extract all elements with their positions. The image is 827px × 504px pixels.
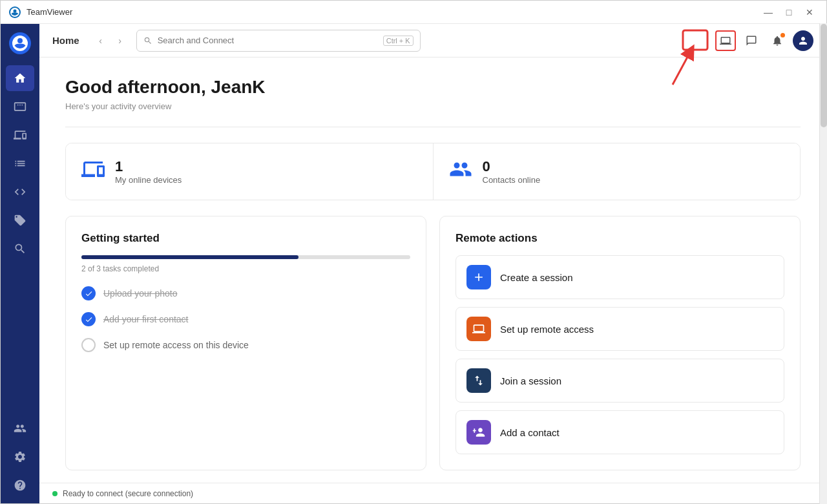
task-item-remote-access: Set up remote access on this device [81,338,410,352]
user-avatar[interactable] [793,30,813,51]
sidebar-item-help[interactable] [6,472,34,498]
join-session-icon-wrap [466,368,491,393]
devices-count: 1 [115,158,182,175]
chat-button[interactable] [741,30,762,51]
remote-actions-panel: Remote actions Create a session [439,216,801,470]
search-shortcut: Ctrl + K [383,36,414,46]
contacts-stat-info: 0 Contacts online [483,158,541,185]
close-button[interactable]: ✕ [801,5,819,19]
getting-started-panel: Getting started 2 of 3 tasks completed U… [65,216,426,470]
chat-icon [746,35,757,47]
progress-text: 2 of 3 tasks completed [81,264,410,273]
top-bar: Home ‹ › Ctrl + K [39,24,826,58]
window-controls: — □ ✕ [759,5,819,19]
devices-icon [14,129,26,142]
contacts-count: 0 [483,158,541,175]
screen-share-icon [720,35,731,47]
contacts-label: Contacts online [483,175,541,185]
search-icon [143,36,152,45]
avatar-icon [797,35,809,47]
task-label-remote-access: Set up remote access on this device [103,340,249,350]
session-icon-button[interactable] [715,30,736,51]
search-input[interactable] [158,36,378,45]
sidebar-item-code[interactable] [6,179,34,205]
sidebar-item-remote[interactable] [6,94,34,120]
sessions-icon [14,157,26,170]
search-bar[interactable]: Ctrl + K [136,30,421,52]
stats-row: 1 My online devices 0 Contacts online [65,143,801,200]
header-divider [65,127,801,127]
add-contact-icon-wrap [466,420,491,445]
sidebar-item-notes[interactable] [6,207,34,233]
task-list: Upload your photo Add your first contact [81,286,410,352]
person-add-icon [472,426,485,439]
status-dot [52,491,58,496]
panels-row: Getting started 2 of 3 tasks completed U… [65,216,801,470]
task-check-remote-access [81,338,96,352]
create-session-icon-wrap [466,265,491,289]
sidebar-logo-icon [8,32,32,55]
action-add-contact[interactable]: Add a contact [455,410,784,454]
action-create-session[interactable]: Create a session [455,255,784,299]
stat-contacts: 0 Contacts online [434,143,801,200]
join-session-label: Join a session [500,375,561,386]
remote-icon [14,100,26,113]
getting-started-title: Getting started [81,232,410,245]
add-contact-label: Add a contact [500,427,560,438]
sidebar-item-settings[interactable] [6,444,34,470]
maximize-button[interactable]: □ [780,5,798,19]
nav-arrows: ‹ › [92,32,129,49]
search-nav-icon [14,242,26,255]
contacts-stat-icon [449,158,472,185]
devices-stat-info: 1 My online devices [115,158,182,185]
title-bar-left: TeamViewer [8,6,72,19]
remote-actions-title: Remote actions [455,232,784,245]
teamviewer-logo [8,6,21,19]
sidebar-item-sessions[interactable] [6,151,34,176]
action-join-session[interactable]: Join a session [455,359,784,403]
plus-icon [472,271,485,284]
forward-button[interactable]: › [112,32,129,49]
task-label-photo: Upload your photo [103,288,177,299]
help-icon [14,479,26,492]
notification-badge [780,33,785,37]
sidebar-item-search[interactable] [6,236,34,262]
task-check-photo [81,286,96,300]
sidebar-item-contacts[interactable] [6,415,34,441]
sidebar-logo [6,29,34,58]
action-remote-access[interactable]: Set up remote access [455,307,784,351]
devices-stat-icon [81,158,105,185]
scrollbar-thumb[interactable] [821,24,827,127]
title-bar: TeamViewer — □ ✕ [1,1,826,24]
action-list: Create a session Set up remote access [455,255,784,454]
notes-icon [14,214,26,227]
settings-icon [14,450,26,463]
status-bar: Ready to connect (secure connection) [39,483,826,503]
devices-label: My online devices [115,175,182,185]
notification-button[interactable] [767,30,788,51]
create-session-label: Create a session [500,272,573,283]
page-title: Home [52,35,79,46]
status-text: Ready to connect (secure connection) [63,489,193,498]
home-icon [14,72,26,85]
task-check-contact [81,312,96,326]
sidebar-item-devices[interactable] [6,122,34,148]
minimize-button[interactable]: — [759,5,777,19]
progress-bar-fill [81,255,298,259]
scrollbar-track[interactable] [819,23,827,504]
code-icon [14,185,26,198]
remote-access-label: Set up remote access [500,324,594,335]
greeting-text: Good afternoon, JeanK [65,77,801,98]
content-area: Home ‹ › Ctrl + K [39,24,826,503]
arrows-icon [472,374,485,387]
back-button[interactable]: ‹ [92,32,109,49]
app-title: TeamViewer [26,7,72,17]
monitor-icon [472,322,485,335]
app-body: Home ‹ › Ctrl + K [1,24,826,503]
task-item-contact: Add your first contact [81,312,410,326]
app-window: TeamViewer — □ ✕ [0,0,827,504]
main-content: Good afternoon, JeanK Here's your activi… [39,58,826,483]
task-item-photo: Upload your photo [81,286,410,300]
task-label-contact: Add your first contact [103,314,189,324]
sidebar-item-home[interactable] [6,65,34,91]
